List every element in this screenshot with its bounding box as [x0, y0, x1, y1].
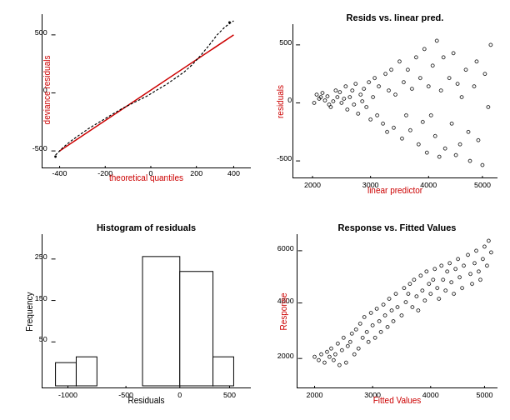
svg-point-175 — [382, 303, 385, 307]
svg-point-153 — [336, 342, 339, 345]
svg-point-221 — [481, 258, 484, 261]
svg-point-204 — [444, 289, 448, 292]
svg-point-79 — [414, 56, 418, 59]
svg-point-90 — [438, 155, 441, 158]
resids-svg: 500 0 -500 2000 3000 4000 5000 — [292, 24, 498, 178]
svg-point-177 — [386, 325, 389, 328]
svg-point-72 — [398, 60, 401, 63]
svg-point-208 — [452, 292, 456, 296]
resids-title: Resids vs. linear pred. — [292, 12, 498, 22]
svg-point-37 — [323, 99, 327, 102]
svg-point-189 — [412, 278, 416, 282]
svg-point-56 — [361, 100, 364, 103]
svg-point-47 — [342, 98, 346, 101]
svg-point-81 — [418, 77, 422, 80]
svg-point-203 — [442, 278, 445, 282]
resids-xlabel: linear predictor — [292, 186, 498, 195]
svg-point-63 — [376, 113, 379, 117]
svg-point-69 — [390, 68, 393, 72]
svg-point-152 — [333, 352, 337, 356]
histogram-svg: 250 150 50 -1000 -500 0 500 — [42, 234, 251, 388]
svg-point-145 — [318, 358, 321, 362]
svg-point-167 — [365, 330, 368, 333]
svg-point-108 — [483, 72, 487, 76]
svg-point-99 — [458, 142, 462, 146]
svg-point-155 — [340, 348, 343, 352]
svg-rect-128 — [180, 272, 213, 386]
svg-point-196 — [428, 282, 431, 286]
svg-point-160 — [350, 332, 353, 335]
svg-point-41 — [332, 100, 335, 103]
svg-point-78 — [410, 88, 413, 91]
svg-point-93 — [443, 147, 447, 150]
svg-point-190 — [415, 295, 418, 298]
svg-point-77 — [408, 128, 412, 132]
svg-point-68 — [388, 89, 391, 92]
svg-text:50: 50 — [39, 335, 48, 343]
svg-point-151 — [332, 358, 335, 362]
qqplot-xlabel: theoretical quantiles — [42, 173, 251, 182]
svg-point-42 — [334, 89, 338, 92]
svg-point-179 — [390, 309, 393, 312]
svg-point-173 — [378, 319, 381, 322]
svg-point-18 — [228, 21, 231, 23]
svg-point-102 — [467, 130, 470, 133]
svg-point-65 — [382, 122, 385, 125]
svg-point-202 — [440, 264, 443, 268]
svg-point-80 — [417, 142, 420, 146]
svg-text:0: 0 — [288, 96, 292, 104]
svg-point-45 — [340, 101, 343, 104]
svg-point-57 — [362, 88, 366, 91]
qqplot-svg: 500 0 -500 -400 -200 0 200 400 — [42, 14, 251, 168]
svg-point-89 — [435, 39, 438, 42]
svg-point-156 — [342, 336, 345, 339]
svg-text:500: 500 — [35, 28, 48, 37]
svg-point-92 — [442, 56, 445, 59]
svg-point-186 — [407, 292, 410, 296]
svg-point-35 — [312, 101, 316, 104]
svg-text:-500: -500 — [32, 144, 48, 152]
svg-point-211 — [458, 276, 462, 279]
svg-line-16 — [60, 35, 234, 151]
resids-cell: Resids vs. linear pred. residuals 500 0 … — [255, 0, 510, 210]
svg-point-170 — [371, 323, 374, 327]
svg-point-166 — [362, 315, 366, 318]
svg-point-172 — [375, 308, 378, 311]
svg-point-98 — [456, 82, 459, 86]
svg-point-83 — [422, 48, 426, 51]
svg-point-225 — [489, 251, 492, 254]
svg-rect-126 — [76, 357, 97, 386]
svg-point-195 — [425, 270, 428, 273]
svg-point-176 — [383, 313, 387, 317]
histogram-xlabel: Residuals — [42, 396, 251, 405]
svg-point-218 — [474, 249, 478, 252]
svg-point-147 — [322, 361, 326, 364]
svg-point-59 — [368, 81, 371, 84]
svg-point-192 — [419, 274, 422, 278]
svg-point-100 — [460, 96, 463, 99]
svg-point-106 — [477, 138, 480, 142]
svg-point-97 — [454, 153, 458, 157]
svg-point-148 — [325, 350, 328, 353]
svg-point-197 — [429, 292, 432, 296]
svg-point-87 — [431, 64, 434, 68]
svg-point-158 — [346, 344, 349, 348]
response-title: Response vs. Fitted Values — [297, 222, 498, 232]
svg-point-206 — [448, 262, 452, 265]
svg-text:-500: -500 — [277, 154, 292, 162]
svg-point-194 — [423, 299, 427, 302]
qqplot-ylabel: deviance residuals — [42, 56, 52, 125]
svg-point-95 — [450, 122, 453, 125]
svg-text:500: 500 — [279, 38, 292, 47]
svg-point-216 — [471, 282, 474, 286]
svg-point-199 — [433, 268, 437, 271]
svg-point-85 — [427, 85, 430, 88]
svg-point-162 — [354, 328, 358, 331]
svg-point-33 — [315, 93, 318, 97]
svg-point-43 — [329, 105, 332, 108]
svg-point-210 — [457, 258, 460, 261]
svg-point-144 — [313, 355, 317, 358]
svg-point-198 — [432, 278, 435, 282]
svg-point-184 — [402, 287, 406, 290]
svg-text:2000: 2000 — [278, 352, 294, 360]
